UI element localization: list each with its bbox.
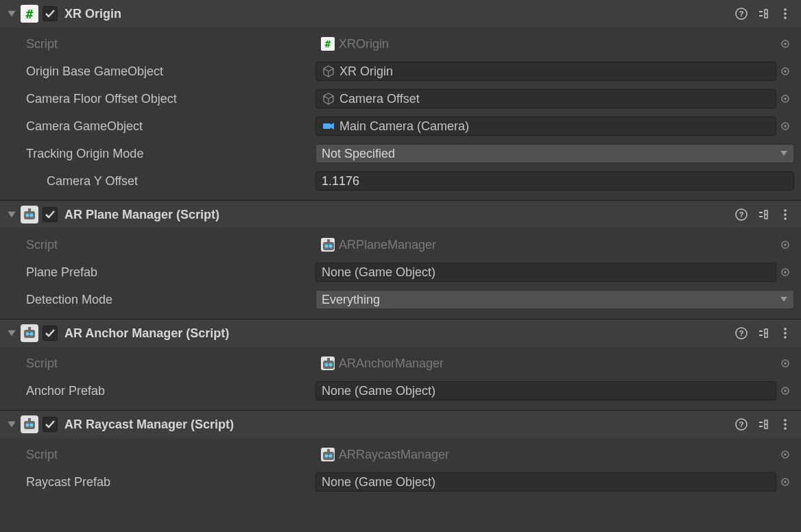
foldout-icon[interactable] — [5, 208, 18, 221]
component-title: AR Anchor Manager (Script) — [64, 326, 229, 341]
preset-icon[interactable] — [753, 323, 774, 343]
enable-checkbox[interactable] — [43, 6, 58, 21]
property-row: ScriptARRaycastManager — [0, 441, 801, 468]
property-row: ScriptARAnchorManager — [0, 350, 801, 377]
svg-rect-60 — [327, 449, 330, 452]
dropdown[interactable]: Everything — [315, 290, 794, 309]
object-name: None (Game Object) — [322, 265, 435, 280]
svg-point-64 — [784, 481, 787, 483]
property-row: Origin Base GameObjectXR Origin — [0, 58, 801, 85]
property-value: #XROrigin — [315, 34, 794, 53]
svg-point-33 — [30, 332, 34, 336]
svg-rect-51 — [28, 418, 31, 421]
object-field[interactable]: Main Camera (Camera) — [315, 117, 776, 136]
preset-icon[interactable] — [753, 3, 774, 24]
more-icon[interactable] — [775, 414, 796, 435]
help-icon[interactable]: ? — [731, 3, 752, 24]
property-row: Detection ModeEverything — [0, 286, 801, 313]
component-body: Script#XROriginOrigin Base GameObjectXR … — [0, 27, 801, 200]
object-picker-icon[interactable] — [776, 93, 794, 104]
preset-icon[interactable] — [753, 414, 774, 435]
foldout-icon[interactable] — [5, 327, 18, 339]
number-input[interactable]: 1.1176 — [315, 171, 794, 191]
enable-checkbox[interactable] — [43, 417, 58, 432]
svg-point-50 — [30, 424, 34, 427]
enable-checkbox[interactable] — [43, 326, 58, 341]
dropdown-value: Not Specified — [322, 147, 395, 161]
property-row: Script#XROrigin — [0, 30, 801, 58]
dropdown[interactable]: Not Specified — [315, 144, 794, 163]
property-value: Everything — [315, 290, 794, 309]
component-header[interactable]: AR Plane Manager (Script)? — [0, 201, 801, 228]
svg-text:?: ? — [739, 210, 744, 219]
more-icon[interactable] — [775, 3, 796, 24]
object-picker-icon[interactable] — [776, 66, 794, 77]
svg-point-8 — [784, 70, 787, 73]
object-field[interactable]: None (Game Object) — [315, 263, 776, 282]
svg-point-56 — [784, 427, 787, 430]
property-value: None (Game Object) — [315, 472, 794, 492]
property-value: ARRaycastManager — [315, 445, 794, 464]
cube-icon — [322, 64, 335, 78]
dropdown-value: Everything — [322, 293, 380, 307]
object-picker-icon[interactable] — [776, 385, 794, 396]
enable-checkbox[interactable] — [43, 207, 58, 222]
foldout-icon[interactable] — [5, 418, 18, 431]
property-value: ARPlaneManager — [315, 235, 794, 254]
object-field[interactable]: Camera Offset — [315, 89, 776, 108]
component-header[interactable]: AR Anchor Manager (Script)? — [0, 319, 801, 347]
more-icon[interactable] — [775, 323, 796, 343]
property-value: 1.1176 — [315, 171, 794, 191]
script-name: XROrigin — [339, 37, 389, 51]
object-picker-icon[interactable] — [776, 267, 794, 278]
robot-icon — [21, 206, 38, 223]
camera-icon — [322, 119, 335, 133]
svg-point-49 — [26, 424, 29, 427]
property-label: Origin Base GameObject — [0, 64, 315, 79]
svg-point-38 — [784, 332, 787, 335]
component-body: ScriptARPlaneManagerPlane PrefabNone (Ga… — [0, 228, 801, 319]
object-field[interactable]: None (Game Object) — [315, 472, 776, 492]
chevron-down-icon — [780, 147, 788, 161]
svg-point-10 — [784, 97, 787, 100]
svg-point-22 — [784, 217, 787, 220]
property-value: Camera Offset — [315, 89, 794, 108]
more-icon[interactable] — [775, 204, 796, 225]
help-icon[interactable]: ? — [731, 323, 752, 343]
svg-rect-57 — [323, 452, 334, 460]
component-title: XR Origin — [64, 7, 121, 21]
property-label: Camera GameObject — [0, 119, 315, 134]
svg-rect-48 — [24, 421, 35, 429]
svg-text:?: ? — [739, 10, 744, 18]
robot-icon — [321, 356, 335, 370]
svg-rect-31 — [24, 330, 35, 338]
svg-point-15 — [26, 214, 29, 217]
component-header[interactable]: AR Raycast Manager (Script)? — [0, 411, 801, 438]
preset-icon[interactable] — [753, 204, 774, 225]
svg-point-24 — [325, 245, 328, 248]
property-label: Anchor Prefab — [0, 384, 315, 398]
property-label: Plane Prefab — [0, 265, 315, 280]
svg-rect-26 — [327, 239, 330, 242]
foldout-icon[interactable] — [5, 8, 18, 20]
property-row: Raycast PrefabNone (Game Object) — [0, 468, 801, 496]
svg-point-6 — [784, 43, 787, 45]
script-reference: #XROrigin — [315, 34, 776, 53]
help-icon[interactable]: ? — [731, 204, 752, 225]
object-field[interactable]: None (Game Object) — [315, 381, 776, 400]
script-reference: ARRaycastManager — [315, 445, 776, 464]
input-value: 1.1176 — [322, 174, 359, 189]
svg-rect-43 — [327, 358, 330, 361]
component-header[interactable]: #XR Origin? — [0, 0, 801, 27]
object-field[interactable]: XR Origin — [315, 62, 776, 81]
object-picker-icon — [776, 358, 794, 369]
object-picker-icon[interactable] — [776, 121, 794, 132]
svg-point-45 — [784, 362, 787, 365]
property-label: Script — [0, 238, 315, 252]
help-icon[interactable]: ? — [731, 414, 752, 435]
property-value: ARAnchorManager — [315, 354, 794, 373]
object-picker-icon[interactable] — [776, 476, 794, 487]
svg-point-62 — [784, 453, 787, 456]
svg-point-13 — [784, 125, 787, 128]
cube-icon — [322, 92, 335, 106]
